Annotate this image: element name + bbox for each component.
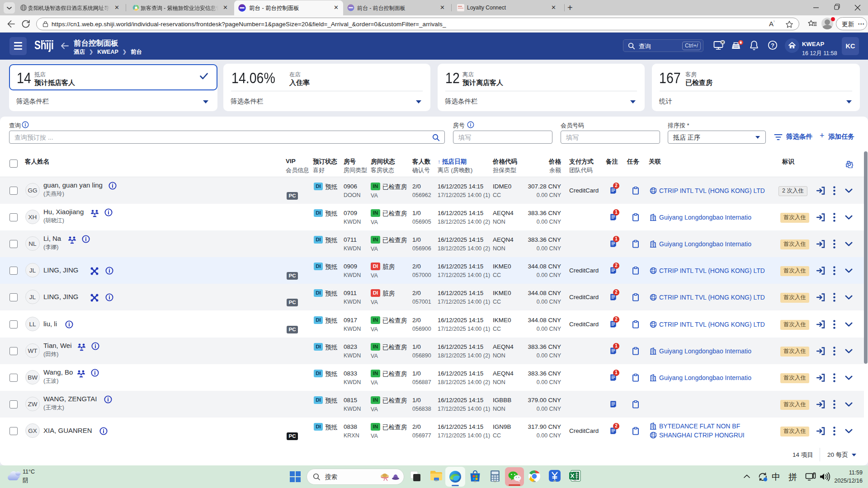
svg-text:?: ? <box>771 42 774 49</box>
